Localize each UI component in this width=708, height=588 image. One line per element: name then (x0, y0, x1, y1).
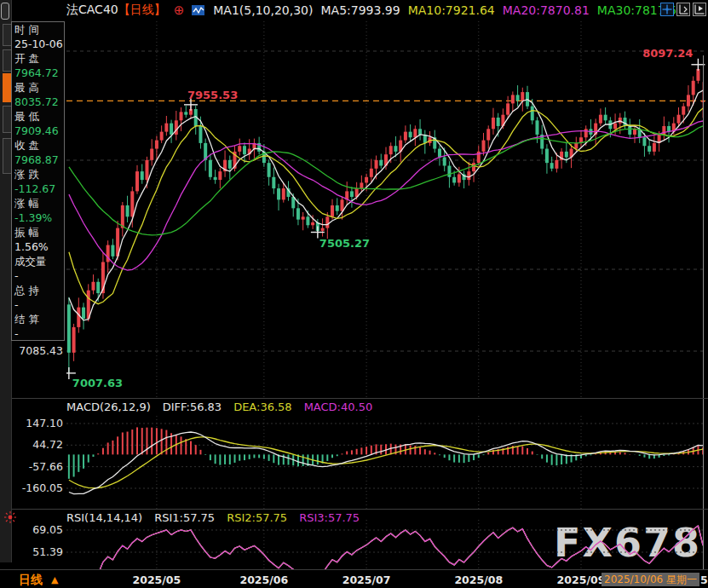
svg-text:7007.63: 7007.63 (72, 377, 123, 389)
field-label: 成交量 (12, 254, 64, 268)
date-crosshair-tooltip: 2025/10/06 星期一 (602, 573, 699, 586)
macd-chart[interactable]: 147.1044.72-57.66-160.05 (0, 399, 708, 510)
corner-icon[interactable] (1, 3, 9, 20)
period-up-arrow-icon[interactable]: ▲ (51, 574, 58, 585)
field-value: - (12, 297, 64, 312)
rsi1-value: RSI1:57.75 (154, 511, 215, 524)
panel-separator (0, 509, 708, 510)
left-toolbar (0, 0, 12, 562)
field-label: 总 持 (12, 283, 64, 297)
macd-header: MACD(26,12,9) DIFF:56.83 DEA:36.58 MACD:… (66, 401, 372, 413)
period-selector[interactable]: 日线 (19, 573, 43, 588)
field-value: 7964.72 (12, 66, 64, 80)
rsi3-value: RSI3:57.75 (299, 511, 360, 524)
svg-text:8097.24: 8097.24 (642, 47, 693, 60)
top-bar: 法CAC40【日线】 ⊕ MA1(5,10,20,30) MA5:7993.99… (66, 0, 684, 20)
chart-terminal-window: 法CAC40【日线】 ⊕ MA1(5,10,20,30) MA5:7993.99… (0, 0, 708, 588)
svg-text:147.10: 147.10 (26, 417, 63, 429)
macd-title[interactable]: MACD(26,12,9) (66, 401, 151, 413)
svg-text:69.05: 69.05 (32, 523, 63, 536)
field-label: 涨 幅 (12, 196, 64, 210)
macd-diff-value: DIFF:56.83 (163, 401, 222, 413)
month-axis-label: 2025/07 (341, 574, 392, 586)
crosshair-vline (703, 55, 704, 569)
field-value: 25-10-06 (12, 37, 64, 51)
field-value: 7968.87 (12, 153, 64, 167)
main-price-chart[interactable]: 7955.538097.247505.277007.637085.43 (0, 21, 708, 399)
time-axis: 日线 ▲ 2025/052025/062025/072025/082025/09… (0, 570, 708, 588)
field-label: 最 低 (12, 109, 64, 124)
svg-text:7955.53: 7955.53 (187, 89, 238, 101)
svg-text:-160.05: -160.05 (22, 481, 63, 494)
field-value: - (12, 326, 64, 341)
toolbar-right (660, 3, 706, 16)
panel-separator (0, 398, 708, 399)
axis-fit-icon[interactable] (693, 3, 706, 16)
field-value: -112.67 (12, 182, 64, 196)
ma20-value: MA20:7870.81 (503, 3, 590, 17)
field-value: 1.56% (12, 239, 64, 254)
svg-text:51.39: 51.39 (32, 545, 63, 558)
add-indicator-icon[interactable]: ⊕ (174, 4, 185, 17)
ma10-value: MA10:7921.64 (408, 3, 495, 17)
field-value: 7909.46 (12, 124, 64, 138)
field-value: - (12, 268, 64, 283)
rsi-header: RSI(14,14,14) RSI1:57.75 RSI2:57.75 RSI3… (66, 511, 360, 524)
rsi2-value: RSI2:57.75 (227, 511, 287, 524)
axis-scale-icon[interactable] (676, 3, 690, 16)
chart-type-icon[interactable] (192, 4, 205, 16)
svg-text:7505.27: 7505.27 (319, 237, 370, 250)
field-label: 振 幅 (12, 225, 64, 239)
month-axis-label: 2025/08 (453, 574, 504, 586)
field-value: -1.39% (12, 210, 64, 225)
macd-dea-value: DEA:36.58 (233, 401, 292, 413)
rsi-title[interactable]: RSI(14,14,14) (66, 511, 142, 524)
svg-text:44.72: 44.72 (32, 438, 63, 451)
month-axis-label: 2025/05 (131, 574, 182, 586)
svg-text:7085.43: 7085.43 (19, 344, 63, 357)
month-axis-label: 2025/06 (239, 574, 290, 586)
macd-macd-value: MACD:40.50 (304, 401, 373, 413)
clipped-axis-label: 5 (700, 574, 708, 586)
field-label: 结 算 (12, 312, 64, 326)
indicator-alert-icon[interactable] (3, 510, 17, 524)
symbol-name[interactable]: 法CAC40 (66, 3, 118, 16)
ma-settings-label: MA1(5,10,20,30) (213, 3, 313, 17)
field-label: 开 盘 (12, 51, 64, 66)
field-label: 最 高 (12, 80, 64, 95)
field-label: 时 间 (12, 22, 64, 37)
field-label: 收 盘 (12, 138, 64, 153)
field-label: 涨 跌 (12, 167, 64, 182)
quote-panel: 时 间25-10-06开 盘7964.72最 高8035.72最 低7909.4… (11, 21, 65, 341)
crosshair-tool-icon[interactable] (660, 3, 674, 16)
ma5-value: MA5:7993.99 (320, 3, 400, 17)
period-badge[interactable]: 【日线】 (118, 3, 166, 16)
month-axis-label: 2025/09 (555, 574, 607, 586)
svg-text:-57.66: -57.66 (29, 460, 63, 473)
field-value: 8035.72 (12, 95, 64, 109)
